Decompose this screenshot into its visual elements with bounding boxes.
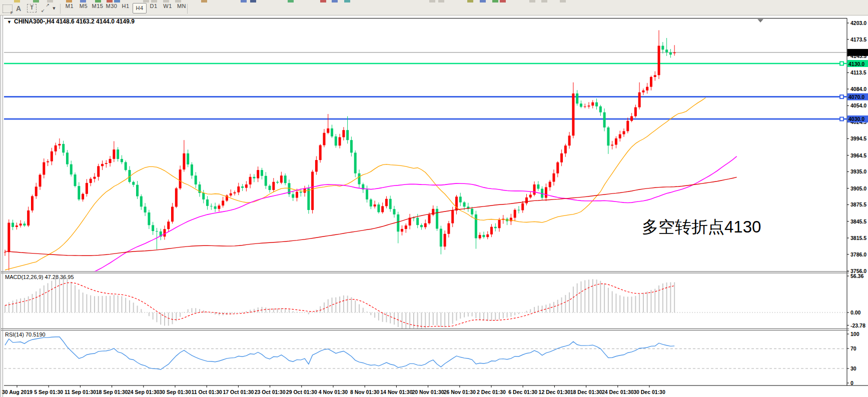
clipped-icon-fragment: [66, 0, 72, 2]
toolbar-separator: [60, 4, 61, 14]
toolbar: F A T ↗↙ ▼ M1M5M15M30H1H4D1W1MN: [0, 0, 868, 16]
hline-4130-tag: 4130.0: [847, 60, 868, 67]
macd-scale-label: -23.78: [850, 322, 865, 328]
time-tick-label: 12 Dec 01:30: [539, 389, 571, 395]
chart-title: CHINA300-,H4 4148.6 4163.2 4144.0 4149.9: [14, 18, 135, 25]
rsi-scale-label: 0: [850, 380, 853, 386]
timeframe-button-M30[interactable]: M30: [105, 3, 119, 14]
clipped-icon-fragment: [344, 0, 350, 2]
svg-text:4070.0: 4070.0: [848, 94, 864, 100]
clipped-icon-fragment: [467, 0, 473, 2]
annotation-text[interactable]: 多空转折点4130: [642, 218, 761, 236]
price-tick-label: 3815.5: [850, 235, 866, 241]
clipped-icon-fragment: [241, 0, 247, 2]
time-tick-label: 29 Oct 01:30: [286, 389, 317, 395]
clipped-icon-fragment: [95, 0, 101, 2]
svg-text:4030.0: 4030.0: [848, 116, 864, 122]
time-tick-label: 30 Dec 01:30: [633, 389, 665, 395]
clipped-icon-fragment: [151, 0, 157, 2]
clipped-icon-fragment: [438, 0, 444, 2]
time-tick-label: 20 Nov 01:30: [412, 389, 444, 395]
chart-window[interactable]: 4203.04173.54143.54113.54084.04054.04024…: [0, 0, 868, 397]
objects-toolbar: F A T ↗↙ ▼ M1M5M15M30H1H4D1W1MN: [0, 3, 868, 16]
time-tick-label: 2 Dec 01:30: [477, 389, 506, 395]
clipped-icon-fragment: [288, 0, 294, 2]
timeframe-button-M1[interactable]: M1: [63, 3, 77, 14]
timeframe-button-M5[interactable]: M5: [77, 3, 91, 14]
chevron-down-icon[interactable]: ▼: [52, 4, 57, 14]
price-tick-label: 4173.5: [850, 36, 866, 42]
hline-4070-handle[interactable]: [840, 95, 843, 98]
time-tick-label: 24 Dec 01:30: [602, 389, 634, 395]
timeframe-button-D1[interactable]: D1: [147, 3, 161, 14]
price-tick-label: 4113.5: [850, 70, 866, 76]
timeframe-button-M15[interactable]: M15: [91, 3, 105, 14]
time-tick-label: 18 Sep 01:30: [96, 389, 128, 395]
clipped-icon-fragment: [320, 0, 326, 2]
time-tick-label: 6 Dec 01:30: [508, 389, 537, 395]
rsi-scale-label: 100: [850, 331, 859, 337]
time-tick-label: 30 Aug 2019: [2, 389, 33, 395]
price-tick-label: 3994.5: [850, 136, 866, 142]
price-tick-label: 4084.0: [850, 86, 866, 92]
price-tick-label: 3845.5: [850, 218, 866, 224]
toolbar-separator: [187, 4, 188, 14]
macd-scale-label: 56.36: [850, 273, 863, 279]
dotted-grid-icon[interactable]: F: [3, 4, 13, 13]
draw-arrows-icon[interactable]: ↗↙: [41, 4, 50, 12]
clipped-icon-fragment: [33, 0, 39, 2]
svg-text:4130.0: 4130.0: [848, 61, 864, 67]
price-tick-label: 3905.0: [850, 186, 866, 192]
clipped-icon-fragment: [529, 0, 535, 2]
hline-4030-tag: 4030.0: [847, 116, 868, 122]
clipped-icon-fragment: [332, 0, 338, 2]
hline-4070-tag: 4070.0: [847, 94, 868, 100]
time-tick-label: 24 Sep 01:30: [128, 389, 160, 395]
clipped-icon-fragment: [114, 0, 120, 2]
time-tick-label: 14 Nov 01:30: [380, 389, 412, 395]
symbol-dropdown-arrow[interactable]: ▼: [7, 20, 12, 24]
time-tick-label: 4 Nov 01:30: [319, 389, 348, 395]
clipped-icon-fragment: [107, 0, 113, 2]
clipped-icon-fragment: [480, 0, 486, 2]
text-label-icon[interactable]: T: [27, 4, 37, 12]
time-tick-label: 11 Sep 01:30: [65, 389, 96, 395]
chart-background: [0, 16, 868, 397]
clipped-icon-fragment: [175, 0, 181, 2]
clipped-icon-fragment: [14, 0, 20, 2]
clipped-icon-fragment: [541, 0, 547, 2]
hline-4130-handle[interactable]: [840, 62, 843, 66]
time-tick-label: 11 Oct 01:30: [192, 389, 222, 395]
clipped-icon-fragment: [250, 0, 256, 2]
price-tick-label: 4203.0: [850, 20, 866, 26]
price-tick-label: 3935.0: [850, 168, 866, 174]
insert-text-icon[interactable]: A: [14, 4, 23, 14]
clipped-icon-fragment: [500, 0, 506, 2]
timeframe-toolbar: M1M5M15M30H1H4D1W1MN: [63, 3, 189, 14]
price-tick-label: 3964.5: [850, 152, 866, 158]
price-tick-label: 3875.5: [850, 202, 866, 208]
time-tick-label: 30 Sep 01:30: [159, 389, 191, 395]
clipped-icon-fragment: [163, 0, 169, 2]
time-tick-label: 8 Nov 01:30: [350, 389, 380, 395]
time-tick-label: 5 Sep 01:30: [34, 389, 63, 395]
macd-scale-label: 0.00: [850, 310, 861, 316]
clipped-icon-fragment: [143, 0, 149, 2]
clipped-icon-fragment: [429, 0, 435, 2]
rsi-label: RSI(14) 70.5190: [5, 332, 46, 338]
svg-text:4149.9: 4149.9: [848, 50, 864, 56]
clipped-icon-fragment: [80, 0, 86, 2]
hline-4030-handle[interactable]: [840, 117, 843, 120]
timeframe-button-H1[interactable]: H1: [119, 3, 133, 14]
price-tick-label: 4054.0: [850, 102, 866, 108]
current-price-tag: 4149.9: [847, 49, 868, 56]
timeframe-button-W1[interactable]: W1: [161, 3, 175, 14]
rsi-scale-label: 70: [850, 346, 856, 352]
time-tick-label: 23 Oct 01:30: [255, 389, 286, 395]
time-tick-label: 18 Dec 01:30: [570, 389, 602, 395]
clipped-icon-fragment: [560, 0, 566, 2]
time-tick-label: 17 Oct 01:30: [223, 389, 254, 395]
timeframe-button-H4[interactable]: H4: [133, 3, 147, 14]
time-tick-label: 26 Nov 01:30: [444, 389, 476, 395]
timeframe-button-MN[interactable]: MN: [175, 3, 189, 14]
